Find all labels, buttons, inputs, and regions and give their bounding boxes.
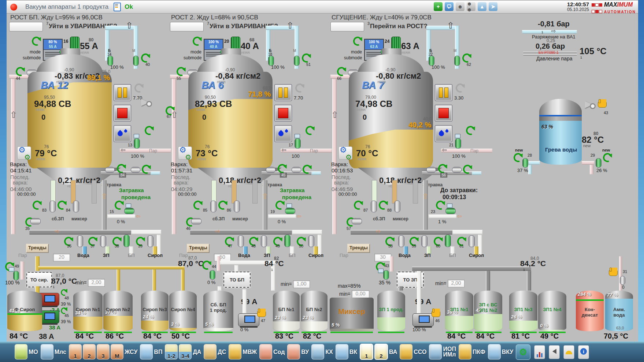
- m-valve[interactable]: [133, 56, 139, 66]
- taskbar-item-ДА[interactable]: 1-23-4ДА: [165, 344, 202, 359]
- taskbar-tile-icon[interactable]: 3: [97, 344, 110, 359]
- sb-valve[interactable]: [371, 201, 377, 212]
- seed-valve[interactable]: [292, 167, 301, 173]
- taskbar-item-ССО[interactable]: ССО: [400, 344, 427, 359]
- taskbar-tile-icon[interactable]: 2: [374, 344, 388, 360]
- heater-out-valve[interactable]: [596, 158, 602, 168]
- mixer-valve[interactable]: [394, 201, 400, 212]
- feed-valve[interactable]: [455, 138, 461, 149]
- settings-gears-button[interactable]: [338, 146, 352, 160]
- taskbar-item-Сод[interactable]: Сод: [259, 344, 285, 359]
- water-button[interactable]: [274, 125, 292, 142]
- taskbar-tile-icon[interactable]: [41, 344, 53, 359]
- settings-gear-button[interactable]: ⚙: [516, 344, 530, 360]
- main-valve[interactable]: [191, 218, 201, 224]
- taskbar-tile-icon[interactable]: [459, 344, 471, 359]
- taskbar-tile-icon[interactable]: М: [111, 344, 123, 359]
- taskbar-tile-icon[interactable]: 2: [83, 344, 96, 359]
- water-valve[interactable]: [238, 235, 244, 247]
- taskbar-tile-icon[interactable]: [429, 344, 442, 359]
- trends-button[interactable]: Тренды: [26, 244, 49, 253]
- speaker-icon[interactable]: [549, 345, 560, 359]
- syrup-valve[interactable]: [469, 235, 475, 247]
- main-valve[interactable]: [352, 218, 362, 224]
- mixer-min-input[interactable]: 0,00: [352, 290, 369, 298]
- taskbar-item-МВЖ[interactable]: МВЖ: [229, 344, 258, 359]
- main-valve[interactable]: [30, 218, 41, 224]
- mixer-valve[interactable]: [73, 201, 79, 212]
- taskbar-item-ПКФ[interactable]: ПКФ: [459, 344, 486, 359]
- taskbar-tile-icon[interactable]: [15, 344, 27, 359]
- water-valve[interactable]: [398, 235, 404, 247]
- seed-valve[interactable]: [452, 167, 462, 173]
- flow-setpoint-input[interactable]: 30: [374, 254, 391, 261]
- stop-button[interactable]: [274, 105, 292, 122]
- seed-valve[interactable]: [426, 167, 436, 173]
- flow-setpoint-input[interactable]: 50: [214, 254, 231, 261]
- info-icon[interactable]: i: [578, 345, 589, 359]
- stop-button[interactable]: [435, 105, 452, 122]
- seed-valve[interactable]: [131, 167, 140, 173]
- worker-icon[interactable]: [563, 345, 574, 359]
- trend-chart-icon[interactable]: [534, 345, 545, 359]
- pause-button[interactable]: [435, 84, 452, 101]
- bp-pump[interactable]: [238, 313, 259, 326]
- syrup-min-input[interactable]: 2,00: [88, 279, 105, 287]
- sb-valve[interactable]: [49, 201, 56, 212]
- taskbar-item-ДС[interactable]: ДС: [204, 344, 227, 359]
- bp-valve[interactable]: [284, 235, 290, 247]
- taskbar-item-ВП[interactable]: ВП: [140, 344, 163, 359]
- zp-valve[interactable]: [261, 235, 267, 247]
- circ-valve[interactable]: [285, 208, 295, 214]
- trends-button[interactable]: Тренды: [347, 244, 370, 253]
- settings-gears-button[interactable]: [17, 146, 31, 160]
- seed-valve[interactable]: [266, 167, 275, 173]
- taskbar-tile-icon[interactable]: [140, 344, 153, 359]
- pause-button[interactable]: [274, 84, 292, 101]
- taskbar-item-ВКУ[interactable]: ВКУ: [488, 344, 514, 359]
- taskbar-tile-icon[interactable]: 3-4: [179, 344, 192, 359]
- taskbar-item-ВА[interactable]: 12ВА: [360, 344, 398, 360]
- taskbar-tile-icon[interactable]: 1: [69, 344, 82, 359]
- taskbar-item-ВУ[interactable]: ВУ: [287, 344, 310, 359]
- taskbar-item-Млс[interactable]: Млс: [41, 344, 67, 359]
- taskbar-tile-icon[interactable]: 1: [360, 344, 373, 360]
- feed-valve[interactable]: [295, 138, 301, 149]
- settings-gears-button[interactable]: [178, 146, 192, 160]
- syrup-valve[interactable]: [147, 235, 153, 247]
- confirm-button[interactable]: [330, 22, 364, 31]
- water-valve[interactable]: [77, 235, 83, 247]
- taskbar-item-ЖСУ[interactable]: 123МЖСУ: [69, 344, 138, 359]
- zp-min-input[interactable]: 2,00: [448, 280, 465, 287]
- water-button[interactable]: [114, 125, 131, 142]
- pause-button[interactable]: [114, 84, 131, 101]
- zp-pump[interactable]: [412, 313, 434, 326]
- zp-valve[interactable]: [421, 235, 428, 247]
- water-button[interactable]: [435, 125, 452, 142]
- flow-setpoint-input[interactable]: 20: [53, 254, 70, 261]
- taskbar-tile-icon[interactable]: [400, 344, 412, 359]
- taskbar-tile-icon[interactable]: [259, 344, 272, 359]
- taskbar-item-ВК[interactable]: ВК: [336, 344, 358, 359]
- taskbar-tile-icon[interactable]: [311, 344, 324, 359]
- hand-valve[interactable]: [620, 276, 625, 285]
- taskbar-item-КХ[interactable]: КХ: [311, 344, 333, 359]
- seed-valve[interactable]: [105, 167, 115, 173]
- taskbar-item-ИОП-ИМл[interactable]: ИОП ИМл: [429, 344, 456, 359]
- taskbar-tile-icon[interactable]: [229, 344, 241, 359]
- taskbar-item-МО[interactable]: МО: [15, 344, 39, 359]
- confirm-button[interactable]: [170, 22, 204, 31]
- bp-valve[interactable]: [445, 235, 451, 247]
- taskbar-tile-icon[interactable]: [204, 344, 216, 359]
- zp-hx-valve[interactable]: [383, 270, 389, 280]
- bp-min-input[interactable]: 1,00: [293, 280, 310, 288]
- mixer-valve[interactable]: [234, 201, 240, 212]
- bp-heat-exchanger[interactable]: ТО БП: [223, 272, 251, 288]
- bp-hx-valve[interactable]: [210, 270, 215, 280]
- syrup-valve[interactable]: [308, 235, 314, 247]
- stop-button[interactable]: [114, 105, 131, 122]
- m-valve[interactable]: [294, 56, 300, 66]
- m-valve[interactable]: [454, 56, 460, 66]
- heater-in-valve[interactable]: [522, 158, 528, 168]
- sb-valve[interactable]: [210, 201, 216, 212]
